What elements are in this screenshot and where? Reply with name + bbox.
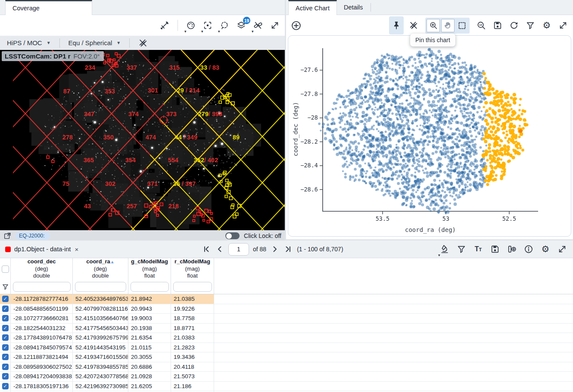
filter-input-g_cModelMag[interactable]: [131, 282, 169, 292]
row-checkbox[interactable]: ✓: [2, 364, 9, 370]
row-checkbox[interactable]: ✓: [2, 306, 9, 312]
table-save-button[interactable]: [489, 241, 501, 257]
unlink-icon: [253, 21, 263, 30]
table-tab-title[interactable]: dp1.Object - data-int: [14, 246, 71, 253]
coverage-statusbar: EQ-J2000: Click Lock: off: [0, 230, 285, 241]
tab-coverage-label: Coverage: [12, 5, 40, 12]
row-checkbox[interactable]: ✓: [2, 354, 9, 360]
image-tools-button[interactable]: [158, 18, 171, 33]
cell-coord_ra: 52.41978394855785: [73, 362, 128, 372]
table-color-swatch: [5, 247, 11, 252]
row-checkbox[interactable]: ✓: [2, 383, 9, 389]
toggle-knob: [226, 233, 232, 239]
table-row[interactable]: ✓-28.08941720409383852.4207243077856821.…: [0, 372, 573, 382]
prev-page-button[interactable]: [215, 244, 224, 254]
cell-coord_dec: -28.089417845079574: [11, 343, 73, 352]
row-checkbox[interactable]: ✓: [2, 315, 9, 321]
y-tick-label: −27.6: [297, 66, 318, 73]
recenter-button[interactable]: ▾: [201, 18, 214, 33]
distance-tool-off-icon[interactable]: [138, 38, 148, 48]
table-filter-button[interactable]: [455, 241, 468, 257]
filter-input-coord_ra[interactable]: [75, 282, 126, 292]
column-header-coord_dec[interactable]: coord_dec(deg)double: [11, 258, 73, 280]
click-lock-toggle[interactable]: [225, 232, 240, 239]
cell-r_cModelMag: 21.186: [171, 382, 214, 391]
row-filler: [214, 294, 573, 304]
table-row[interactable]: ✓-28.1072773666028152.4151035664076619.9…: [0, 314, 573, 324]
chevron-down-icon: ▼: [116, 40, 121, 45]
cell-g_cModelMag: 21.0115: [128, 343, 171, 352]
coverage-panel: Coverage ▾: [0, 0, 285, 239]
table-row[interactable]: ✓-28.0854885650119952.40799708281116420.…: [0, 304, 573, 314]
row-checkbox[interactable]: ✓: [2, 373, 9, 380]
tab-coverage[interactable]: Coverage: [5, 0, 92, 15]
table-row[interactable]: ✓-28.182254403123252.41775456503443620.1…: [0, 324, 573, 333]
row-checkbox[interactable]: ✓: [2, 325, 9, 331]
row-filler: [214, 382, 573, 391]
sky-coverage-image[interactable]: LSSTComCam: DP1 rFOV:2.0° 23433731533 / …: [0, 50, 285, 230]
table-row[interactable]: ✓-28.08958930602750252.4197839485578520.…: [0, 362, 573, 372]
layers-count-badge: 19: [243, 17, 250, 24]
layers-button[interactable]: 19: [235, 18, 248, 33]
table-filter-row: [0, 280, 573, 294]
page-number-input[interactable]: [228, 243, 249, 256]
filter-input-r_cModelMag[interactable]: [173, 282, 212, 292]
cell-r_cModelMag: 18.8771: [171, 324, 214, 333]
expand-icon: [270, 21, 280, 30]
filter-input-coord_dec[interactable]: [13, 282, 71, 292]
row-checkbox[interactable]: ✓: [2, 334, 9, 341]
cell-coord_ra: 52.42072430778568: [73, 372, 128, 381]
column-header-g_cModelMag[interactable]: g_cModelMag(mag)float: [128, 258, 171, 280]
select-all-cell[interactable]: [0, 258, 11, 280]
image-fov: FOV:2.0°: [74, 52, 100, 60]
column-header-coord_ra[interactable]: coord_ra▲(deg)double: [73, 258, 128, 280]
table-settings-button[interactable]: ⚙: [539, 241, 552, 257]
color-button[interactable]: ▾: [184, 18, 197, 33]
last-page-button[interactable]: [283, 244, 293, 254]
tools-icon: [160, 21, 169, 30]
cell-g_cModelMag: 21.6354: [128, 333, 171, 343]
expand-icon: [557, 244, 567, 254]
cell-g_cModelMag: 20.9943: [128, 304, 171, 314]
unlink-rows-button[interactable]: ▾: [252, 18, 265, 33]
table-row[interactable]: ✓-28.17784389107647852.41793992675799521…: [0, 333, 573, 343]
next-page-button[interactable]: [270, 244, 280, 254]
table-text-view-button[interactable]: TT: [472, 241, 485, 257]
external-link-icon[interactable]: [3, 232, 11, 240]
table-panel: dp1.Object - data-int × of 88 (1 - 100 o…: [0, 241, 573, 392]
dropdown-caret: ▾: [438, 253, 440, 257]
select-region-button[interactable]: ▾: [218, 18, 231, 33]
expand-table-button[interactable]: [556, 241, 569, 257]
expand-coverage-button[interactable]: [268, 18, 281, 33]
close-table-icon[interactable]: ×: [75, 246, 78, 253]
table-info-button[interactable]: [522, 241, 535, 257]
row-checkbox[interactable]: ✓: [2, 344, 9, 351]
column-header-r_cModelMag[interactable]: r_cModelMag(mag)float: [171, 258, 214, 280]
hips-moc-dropdown[interactable]: HiPS / MOC: [7, 39, 42, 46]
image-type-row: HiPS / MOC ▼ Equ / Spherical ▼: [0, 36, 285, 50]
table-row[interactable]: ✓-28.1211887382149452.4193471601550820.3…: [0, 352, 573, 362]
image-title: LSSTComCam: DP1 r: [5, 52, 71, 60]
cell-coord_ra: 52.41510356640766: [73, 314, 128, 323]
coverage-canvas[interactable]: [0, 50, 285, 230]
row-filler: [214, 362, 573, 372]
cell-r_cModelMag: 20.4118: [171, 362, 214, 372]
dropdown-caret: ▾: [201, 30, 203, 34]
cell-coord_ra: 52.42196392730985: [73, 382, 128, 391]
first-page-button[interactable]: [202, 244, 211, 254]
row-checkbox[interactable]: ✓: [2, 296, 9, 302]
center-target-icon: [203, 21, 212, 30]
row-checkbox-cell: ✓: [0, 314, 11, 323]
cell-coord_dec: -28.11728782777416: [11, 294, 73, 304]
table-row[interactable]: ✓-28.1781830519713652.4219639273098521.6…: [0, 382, 573, 392]
filter-icon: [457, 244, 466, 254]
add-column-button[interactable]: [505, 241, 518, 257]
select-all-checkbox[interactable]: [2, 265, 9, 273]
cell-coord_dec: -28.12118873821494: [11, 352, 73, 362]
table-analyze-button[interactable]: ▾: [438, 241, 451, 257]
sort-asc-icon: ▲: [110, 259, 115, 264]
table-row[interactable]: ✓-28.1172878277741652.4052336489765321.8…: [0, 294, 573, 304]
table-row[interactable]: ✓-28.08941784507957452.419144354319521.0…: [0, 343, 573, 353]
info-icon: [524, 244, 533, 254]
projection-dropdown[interactable]: Equ / Spherical: [69, 39, 112, 46]
